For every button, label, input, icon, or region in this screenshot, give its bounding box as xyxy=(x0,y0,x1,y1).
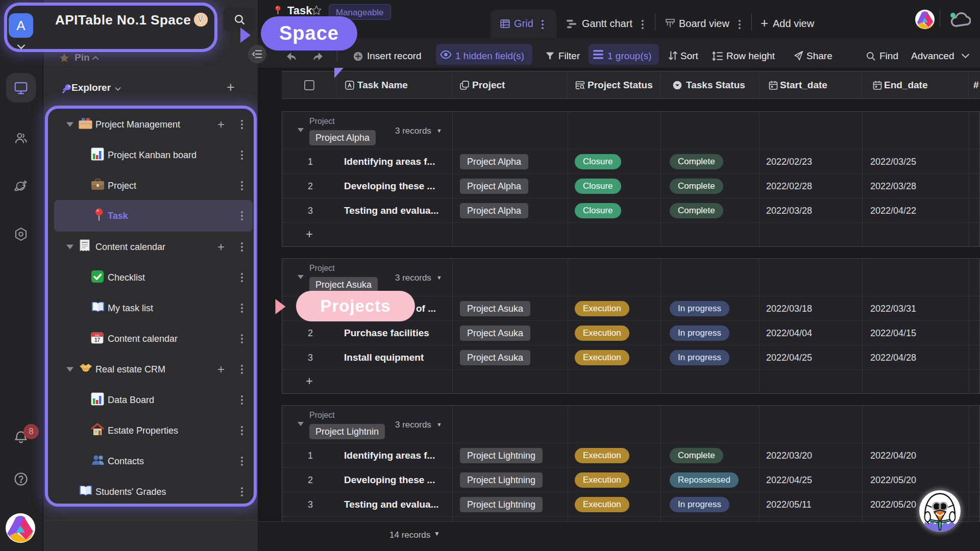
svg-text:17: 17 xyxy=(94,337,101,343)
svg-text:JUL: JUL xyxy=(95,334,100,337)
